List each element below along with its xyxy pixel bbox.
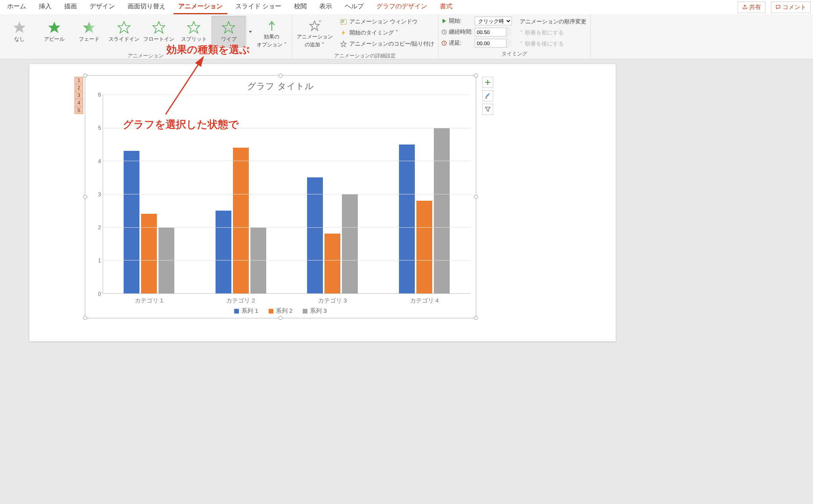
y-axis: 0123456 [91, 95, 103, 294]
svg-rect-10 [341, 20, 344, 21]
tab-chart-design[interactable]: グラフのデザイン [372, 0, 432, 14]
tab-transitions[interactable]: 画面切り替え [123, 0, 170, 14]
tab-animations[interactable]: アニメーション [174, 0, 227, 14]
resize-handle[interactable] [474, 316, 478, 320]
legend-item[interactable]: 系列 1 [234, 307, 258, 315]
move-earlier-button[interactable]: ˄ 順番を前にする [518, 29, 588, 37]
funnel-icon [484, 106, 491, 113]
resize-handle[interactable] [279, 74, 282, 78]
effect-options-button[interactable]: 効果の オプション ˅ [254, 16, 289, 51]
svg-marker-0 [13, 22, 26, 33]
share-label: 共有 [749, 4, 761, 11]
delay-label: 遅延: [441, 40, 473, 47]
category-label: カテゴリ 4 [378, 297, 470, 304]
effect-flyin[interactable]: スライドイン [107, 16, 141, 48]
tab-home[interactable]: ホーム [2, 0, 31, 14]
annotation-select-chart: グラフを選択した状態で [123, 118, 239, 131]
star-slidein-icon [117, 21, 131, 34]
svg-marker-2 [83, 22, 95, 33]
svg-marker-6 [223, 22, 235, 33]
comment-button[interactable]: コメント [771, 2, 811, 13]
bar[interactable] [216, 211, 231, 293]
svg-rect-15 [485, 97, 487, 99]
tab-strip: ホーム 挿入 描画 デザイン 画面切り替え アニメーション スライド ショー 校… [0, 0, 813, 14]
legend-item[interactable]: 系列 3 [303, 307, 327, 315]
plus-icon [484, 79, 491, 86]
duration-input[interactable] [475, 28, 508, 36]
delay-input[interactable] [475, 39, 508, 48]
trigger-button[interactable]: 開始のタイミング ˅ [338, 29, 436, 37]
star-floatin-icon [152, 21, 166, 34]
comment-label: コメント [782, 4, 806, 11]
legend-item[interactable]: 系列 2 [269, 307, 293, 315]
star-none-icon [13, 21, 26, 34]
star-wipe-icon [222, 21, 235, 34]
resize-handle[interactable] [474, 74, 478, 78]
tab-draw[interactable]: 描画 [59, 0, 82, 14]
category-label: カテゴリ 3 [287, 297, 379, 304]
svg-marker-4 [153, 22, 165, 33]
animation-painter-button[interactable]: アニメーションのコピー/貼り付け [338, 40, 436, 48]
animation-pane-button[interactable]: アニメーション ウィンドウ [338, 17, 436, 26]
svg-marker-5 [188, 22, 200, 33]
delay-clock-icon [441, 40, 447, 46]
bar[interactable] [324, 234, 340, 293]
start-label: 開始: [441, 17, 473, 25]
clock-icon [441, 29, 447, 35]
effect-appear[interactable]: アピール [37, 16, 71, 48]
share-button[interactable]: 共有 [738, 2, 765, 13]
anim-tag[interactable]: 5 [74, 107, 83, 114]
anim-tag[interactable]: 2 [74, 84, 83, 91]
group-label-timing: タイミング [441, 49, 588, 58]
tab-format[interactable]: 書式 [435, 0, 457, 14]
resize-handle[interactable] [279, 316, 282, 320]
start-select[interactable]: クリック時 [475, 17, 512, 25]
add-animation-button[interactable]: + アニメーション の追加 ˅ [294, 16, 335, 51]
chart-elements-button[interactable] [482, 77, 493, 88]
resize-handle[interactable] [474, 195, 478, 199]
ribbon: なし アピール フェード スライドイン フロートイン [0, 14, 813, 59]
tab-slideshow[interactable]: スライド ショー [231, 0, 286, 14]
bar[interactable] [399, 145, 415, 294]
category-label: カテゴリ 2 [195, 297, 287, 304]
svg-marker-1 [48, 22, 61, 33]
effect-none[interactable]: なし [2, 16, 36, 48]
star-appeal-icon [48, 21, 61, 34]
bar[interactable] [141, 214, 157, 293]
group-label-advanced: アニメーションの詳細設定 [294, 51, 436, 60]
pane-icon [340, 18, 347, 25]
chart-selection-frame[interactable]: グラフ タイトル 0123456 カテゴリ 1カテゴリ 2カテゴリ 3カテゴリ … [85, 75, 476, 318]
bar[interactable] [233, 148, 249, 293]
tab-view[interactable]: 表示 [315, 0, 337, 14]
lightning-icon [340, 29, 347, 36]
effect-fade[interactable]: フェード [72, 16, 106, 48]
arrow-up-icon [265, 19, 279, 32]
resize-handle[interactable] [83, 74, 87, 78]
resize-handle[interactable] [83, 316, 87, 320]
bar[interactable] [434, 128, 450, 293]
bar[interactable] [307, 177, 323, 293]
annotation-choose-effect: 効果の種類を選ぶ [166, 43, 250, 57]
chart-styles-button[interactable] [482, 90, 493, 101]
brush-icon [484, 92, 491, 99]
bar[interactable] [124, 151, 139, 293]
anim-tag[interactable]: 3 [74, 92, 83, 99]
tab-design[interactable]: デザイン [85, 0, 120, 14]
resize-handle[interactable] [83, 195, 87, 199]
chevron-down-icon: ˅ [520, 41, 523, 47]
tab-help[interactable]: ヘルプ [340, 0, 368, 14]
tab-insert[interactable]: 挿入 [34, 0, 56, 14]
tab-review[interactable]: 校閲 [289, 0, 311, 14]
anim-tag[interactable]: 1 [74, 77, 83, 84]
star-split-icon [187, 21, 200, 34]
bar[interactable] [416, 201, 432, 293]
anim-tag[interactable]: 4 [74, 99, 83, 107]
chart-title[interactable]: グラフ タイトル [91, 79, 470, 95]
move-later-button[interactable]: ˅ 順番を後にする [518, 40, 588, 48]
chart-filters-button[interactable] [482, 104, 493, 115]
chevron-up-icon: ˄ [520, 30, 523, 36]
play-icon [441, 18, 447, 24]
svg-rect-11 [341, 22, 343, 23]
chart-side-tools [482, 77, 493, 115]
bar[interactable] [342, 194, 358, 293]
